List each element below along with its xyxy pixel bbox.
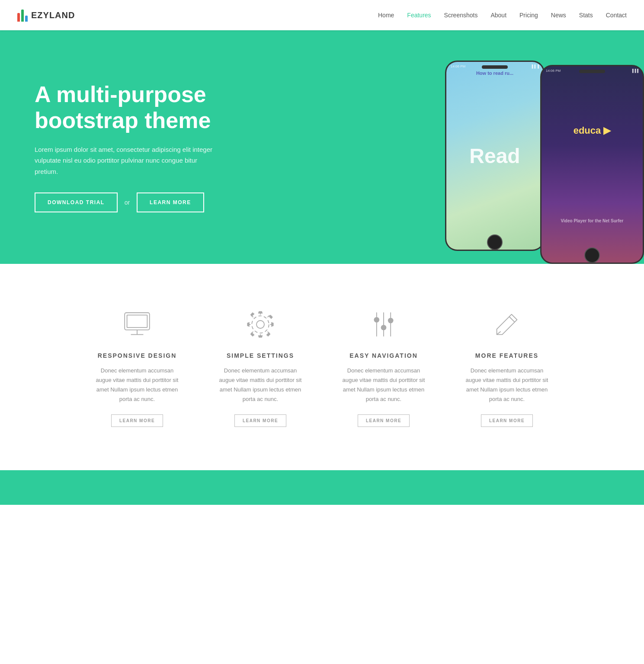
feature-card-navigation: EASY NAVIGATION Donec elementum accumsan…: [331, 298, 437, 436]
phone-status-front: 14:06 PM ▐▐▐: [546, 69, 638, 73]
navbar: EZYLAND Home Features Screenshots About …: [0, 0, 644, 30]
nav-links: Home Features Screenshots About Pricing …: [378, 11, 627, 19]
nav-link-stats[interactable]: Stats: [579, 12, 593, 19]
feature-title-settings: SIMPLE SETTINGS: [216, 352, 305, 359]
nav-item-about[interactable]: About: [490, 11, 506, 19]
svg-line-12: [509, 317, 515, 322]
nav-link-home[interactable]: Home: [378, 12, 394, 19]
svg-rect-3: [127, 315, 147, 327]
nav-link-screenshots[interactable]: Screenshots: [444, 12, 478, 19]
logo-bar-1: [17, 13, 20, 22]
phone-status-back: 14:06 PM ▐▐ ▐: [451, 64, 539, 68]
hero-phones: 14:06 PM ▐▐ ▐ How to read ru... 14:06 PM…: [445, 30, 644, 264]
logo[interactable]: EZYLAND: [17, 9, 75, 22]
feature-desc-more: Donec elementum accumsan augue vitae mat…: [463, 366, 551, 404]
svg-point-7: [374, 317, 380, 323]
nav-item-home[interactable]: Home: [378, 11, 394, 19]
hero-content: A multi-purpose bootstrap theme Lorem ip…: [35, 82, 251, 212]
nav-item-stats[interactable]: Stats: [579, 11, 593, 19]
phone-back: 14:06 PM ▐▐ ▐ How to read ru...: [445, 61, 545, 251]
nav-link-features[interactable]: Features: [407, 12, 431, 19]
logo-icon: [17, 9, 28, 22]
feature-title-more: MORE FEATURES: [463, 352, 551, 359]
svg-line-13: [497, 331, 501, 334]
gear-icon: [243, 307, 278, 342]
logo-bar-2: [21, 10, 24, 22]
nav-link-about[interactable]: About: [490, 12, 506, 19]
feature-title-responsive: RESPONSIVE DESIGN: [93, 352, 182, 359]
phone-screen-front: Video Player for the Net Surfer: [541, 66, 643, 263]
feature-title-navigation: EASY NAVIGATION: [340, 352, 428, 359]
logo-text: EZYLAND: [31, 10, 75, 20]
sliders-icon: [366, 307, 401, 342]
footer-strip: [0, 470, 644, 505]
feature-desc-navigation: Donec elementum accumsan augue vitae mat…: [340, 366, 428, 404]
phone-front: 14:06 PM ▐▐▐ Video Player for the Net Su…: [540, 65, 644, 264]
hero-description: Lorem ipsum dolor sit amet, consectetur …: [35, 144, 221, 177]
feature-card-responsive: RESPONSIVE DESIGN Donec elementum accums…: [84, 298, 190, 436]
nav-item-contact[interactable]: Contact: [606, 11, 627, 19]
nav-item-news[interactable]: News: [551, 11, 566, 19]
svg-point-5: [252, 316, 269, 333]
feature-desc-settings: Donec elementum accumsan augue vitae mat…: [216, 366, 305, 404]
pencil-icon: [490, 307, 524, 342]
phone-home-button-back: [487, 234, 503, 250]
monitor-icon: [120, 307, 154, 342]
nav-link-news[interactable]: News: [551, 12, 566, 19]
learn-more-navigation[interactable]: LEARN MORE: [358, 414, 410, 427]
feature-card-more: MORE FEATURES Donec elementum accumsan a…: [454, 298, 560, 436]
hero-or-text: or: [125, 199, 130, 206]
features-grid: RESPONSIVE DESIGN Donec elementum accums…: [84, 298, 560, 436]
learn-more-button[interactable]: LEARN MORE: [137, 192, 204, 212]
screen-back-subtitle: How to read ru...: [446, 71, 543, 76]
feature-card-settings: SIMPLE SETTINGS Donec elementum accumsan…: [208, 298, 314, 436]
nav-link-contact[interactable]: Contact: [606, 12, 627, 19]
hero-buttons: DOWNLOAD TRIAL or LEARN MORE: [35, 192, 251, 212]
nav-item-screenshots[interactable]: Screenshots: [444, 11, 478, 19]
download-trial-button[interactable]: DOWNLOAD TRIAL: [35, 192, 118, 212]
hero-title: A multi-purpose bootstrap theme: [35, 82, 251, 134]
hero-section: A multi-purpose bootstrap theme Lorem ip…: [0, 30, 644, 264]
svg-point-11: [388, 318, 394, 324]
phone-home-button-front: [584, 247, 600, 263]
nav-item-features[interactable]: Features: [407, 11, 431, 19]
phone-wrapper: 14:06 PM ▐▐ ▐ How to read ru... 14:06 PM…: [445, 61, 644, 264]
features-section: RESPONSIVE DESIGN Donec elementum accums…: [0, 264, 644, 470]
logo-bar-3: [25, 16, 28, 22]
learn-more-settings[interactable]: LEARN MORE: [234, 414, 286, 427]
svg-point-4: [256, 321, 264, 328]
nav-link-pricing[interactable]: Pricing: [519, 12, 538, 19]
screen-front-subtitle: Video Player for the Net Surfer: [541, 218, 643, 223]
phone-screen-back: How to read ru...: [446, 62, 543, 250]
nav-item-pricing[interactable]: Pricing: [519, 11, 538, 19]
learn-more-more[interactable]: LEARN MORE: [481, 414, 533, 427]
svg-point-9: [381, 325, 387, 330]
feature-desc-responsive: Donec elementum accumsan augue vitae mat…: [93, 366, 182, 404]
learn-more-responsive[interactable]: LEARN MORE: [111, 414, 163, 427]
